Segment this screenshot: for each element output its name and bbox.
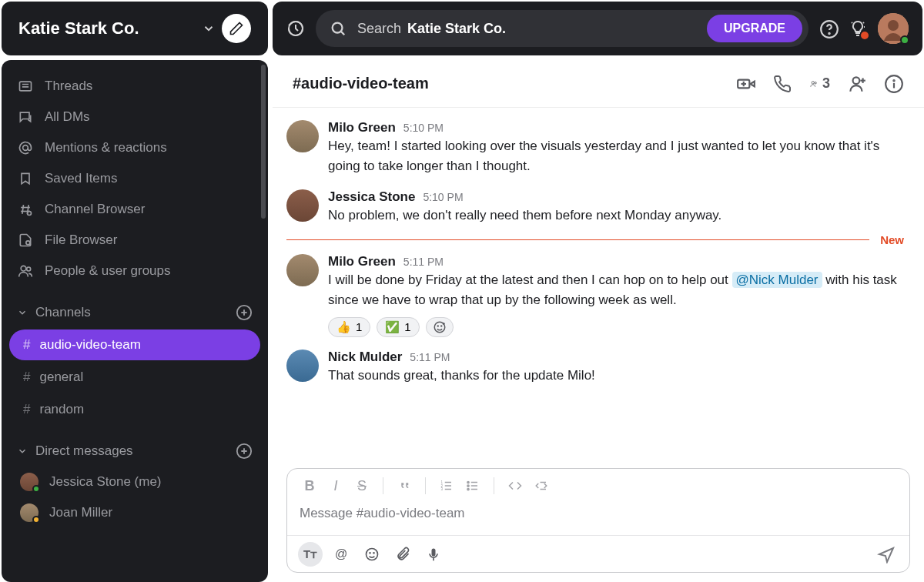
sidebar-item-saved[interactable]: Saved Items xyxy=(9,163,260,194)
message-author[interactable]: Nick Mulder xyxy=(328,350,402,365)
format-toolbar: B I S 123 xyxy=(287,469,909,503)
people-icon xyxy=(17,263,34,279)
ideas-icon[interactable] xyxy=(849,19,867,38)
message-list: Milo Green5:10 PM Hey, team! I started l… xyxy=(273,108,924,457)
avatar[interactable] xyxy=(286,120,319,152)
message-text: That sounds great, thanks for the update… xyxy=(328,366,904,386)
message-author[interactable]: Milo Green xyxy=(328,120,396,135)
sidebar-item-people[interactable]: People & user groups xyxy=(9,256,260,286)
svg-line-17 xyxy=(29,244,31,246)
italic-button[interactable]: I xyxy=(324,474,347,497)
sidebar-item-mentions[interactable]: Mentions & reactions xyxy=(9,132,260,163)
dms-icon xyxy=(17,109,34,125)
svg-rect-59 xyxy=(432,548,436,556)
dm-item[interactable]: Joan Miller xyxy=(9,497,260,528)
help-icon[interactable] xyxy=(819,19,838,38)
status-dot xyxy=(900,35,909,45)
code-button[interactable] xyxy=(504,474,527,497)
status-dot xyxy=(32,516,40,523)
avatar[interactable] xyxy=(286,254,319,286)
add-people-icon[interactable] xyxy=(847,74,867,94)
message-time: 5:10 PM xyxy=(423,191,463,203)
svg-point-6 xyxy=(888,20,899,31)
strike-button[interactable]: S xyxy=(350,474,373,497)
svg-point-52 xyxy=(467,485,469,487)
message-text: Hey, team! I started looking over the vi… xyxy=(328,136,904,177)
svg-point-19 xyxy=(27,267,31,271)
channel-title[interactable]: #audio-video-team xyxy=(293,75,719,92)
reactions: 👍1 ✅1 xyxy=(328,317,904,337)
message-author[interactable]: Milo Green xyxy=(328,254,396,269)
mention-button[interactable]: @ xyxy=(329,542,353,567)
sidebar-item-threads[interactable]: Threads xyxy=(9,71,260,102)
bold-button[interactable]: B xyxy=(298,474,321,497)
message-input[interactable]: Message #audio-video-team xyxy=(287,503,909,535)
search-icon xyxy=(330,20,346,37)
svg-point-39 xyxy=(440,326,441,326)
dm-name: Joan Miller xyxy=(49,505,112,520)
upgrade-button[interactable]: UPGRADE xyxy=(707,15,802,42)
chevron-down-icon xyxy=(17,307,28,318)
channel-item-general[interactable]: #general xyxy=(9,362,260,393)
channel-name: random xyxy=(39,402,84,417)
info-icon[interactable] xyxy=(884,74,904,94)
channel-item-random[interactable]: #random xyxy=(9,394,260,425)
attach-button[interactable] xyxy=(390,542,415,567)
quote-button[interactable] xyxy=(393,474,416,497)
message-author[interactable]: Jessica Stone xyxy=(328,189,415,205)
add-reaction-button[interactable] xyxy=(426,317,454,337)
message-composer: B I S 123 Message #audio-video-team Tᴛ @ xyxy=(286,468,910,573)
scrollbar[interactable] xyxy=(261,65,266,219)
workspace-name: Katie Stark Co. xyxy=(18,18,194,38)
svg-point-56 xyxy=(367,548,378,560)
file-browser-icon xyxy=(17,232,34,248)
sidebar-item-channel-browser[interactable]: Channel Browser xyxy=(9,194,260,225)
svg-point-4 xyxy=(829,33,829,34)
dm-item[interactable]: Jessica Stone (me) xyxy=(9,467,260,497)
message-time: 5:11 PM xyxy=(410,351,450,363)
message-time: 5:10 PM xyxy=(403,122,444,134)
format-toggle-button[interactable]: Tᴛ xyxy=(298,542,323,567)
dm-section-header[interactable]: Direct messages xyxy=(9,436,260,467)
emoji-button[interactable] xyxy=(360,542,384,567)
code-block-button[interactable] xyxy=(530,474,553,497)
bullet-list-button[interactable] xyxy=(461,474,484,497)
reaction-count: 1 xyxy=(404,320,410,333)
ordered-list-button[interactable]: 123 xyxy=(435,474,458,497)
channels-label: Channels xyxy=(35,305,91,320)
svg-point-15 xyxy=(28,212,32,216)
reaction[interactable]: 👍1 xyxy=(328,317,370,337)
add-dm-button[interactable] xyxy=(236,443,253,460)
composer-actions: Tᴛ @ xyxy=(287,535,909,572)
sidebar-item-file-browser[interactable]: File Browser xyxy=(9,225,260,256)
phone-call-icon[interactable] xyxy=(773,74,793,94)
pencil-icon xyxy=(229,21,244,36)
sidebar-label: File Browser xyxy=(45,232,117,248)
avatar[interactable] xyxy=(286,350,319,382)
svg-point-31 xyxy=(853,77,860,84)
channels-section-header[interactable]: Channels xyxy=(9,297,260,328)
mention[interactable]: @Nick Mulder xyxy=(732,272,822,288)
reaction-emoji: ✅ xyxy=(385,320,400,334)
channel-name: audio-video-team xyxy=(39,337,140,353)
members-icon[interactable]: 3 xyxy=(810,74,830,94)
send-button[interactable] xyxy=(874,542,899,567)
channel-browser-icon xyxy=(17,202,34,217)
channel-item-audio-video-team[interactable]: #audio-video-team xyxy=(9,329,260,360)
new-messages-divider: New xyxy=(286,233,904,246)
video-call-icon[interactable] xyxy=(736,74,756,94)
audio-button[interactable] xyxy=(421,542,446,567)
svg-point-38 xyxy=(437,326,438,326)
workspace-switcher[interactable]: Katie Stark Co. xyxy=(2,2,268,55)
dm-label: Direct messages xyxy=(35,443,133,459)
user-avatar[interactable] xyxy=(878,13,909,44)
sidebar-item-dms[interactable]: All DMs xyxy=(9,102,260,132)
compose-button[interactable] xyxy=(222,14,251,43)
reaction[interactable]: ✅1 xyxy=(377,317,419,337)
search-input[interactable]: Search Katie Stark Co. UPGRADE xyxy=(316,10,808,47)
threads-icon xyxy=(17,79,34,94)
add-channel-button[interactable] xyxy=(236,304,253,321)
history-icon[interactable] xyxy=(286,19,305,38)
search-prefix: Search xyxy=(357,21,401,37)
avatar[interactable] xyxy=(286,189,319,222)
